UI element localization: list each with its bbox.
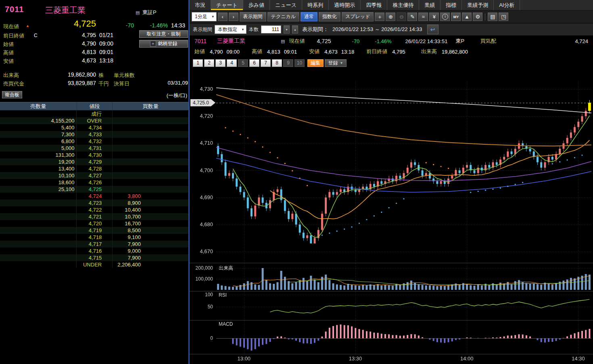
buy-qty-cell (113, 152, 188, 158)
prev-button-icon[interactable]: ‹ (218, 12, 228, 21)
board-row[interactable]: 4,155,200OVER (0, 117, 188, 124)
order-book: 売数量 値段 買数量 成行4,155,200OVER5,4004,7347,30… (0, 102, 188, 268)
normal-mode-button[interactable]: 通常 (301, 12, 317, 21)
board-row[interactable]: 5,0004,731 (0, 145, 188, 152)
board-row[interactable]: UNDER2,206,400 (0, 261, 188, 268)
board-row[interactable]: 成行 (0, 110, 188, 117)
board-row[interactable]: 4,7198,500 (0, 227, 188, 234)
page-button-8[interactable]: 8 (272, 59, 282, 67)
price-change: -70 (116, 22, 134, 29)
low-time: 13:18 (99, 57, 113, 64)
tab-market[interactable]: 市況 (190, 0, 211, 10)
tab-disclosure[interactable]: 適時開示 (329, 0, 361, 10)
sell-qty-cell (0, 234, 76, 241)
board-row[interactable]: 13,4004,728 (0, 165, 188, 172)
board-row[interactable]: 4,7157,900 (0, 254, 188, 261)
board-row[interactable]: 5,4004,734 (0, 124, 188, 131)
price-chart-canvas[interactable] (190, 69, 593, 364)
zoom-out-button-icon: ⊖ (397, 12, 406, 21)
header-stock-code: 7011 (194, 38, 207, 44)
tab-forecast[interactable]: 業績予測 (462, 0, 494, 10)
header-market: 東P (455, 37, 464, 45)
volume-unit: 株 (98, 72, 104, 79)
count-increment-button[interactable]: ▲ (292, 25, 298, 33)
interval-select[interactable]: 1分足▼ (192, 12, 217, 21)
trade-caution-button[interactable]: 取引注意・規制 (139, 30, 188, 38)
board-row[interactable]: 131,3004,730 (0, 152, 188, 158)
index-mode-button[interactable]: 指数化 (319, 12, 340, 21)
add-chart-button-icon[interactable]: ＋ (375, 12, 384, 21)
display-period-button[interactable]: 表示期間 (240, 12, 266, 21)
board-row[interactable]: 4,72110,700 (0, 213, 188, 220)
tab-earnings[interactable]: 業績 (419, 0, 441, 10)
per-share-note: (一株/口) (152, 92, 187, 99)
high-time: 09:01 (99, 49, 113, 55)
open-value: 4,790 (56, 40, 96, 47)
board-row[interactable]: 4,7177,900 (0, 241, 188, 248)
tab-news[interactable]: ニュース (270, 0, 302, 10)
period-bar: 表示期間 本数指定 ▼ 本数 111 ▼ ▲ 表示期間： 2026/01/22 … (190, 23, 593, 36)
print-button-icon[interactable]: ▤ (488, 12, 497, 21)
page-button-7[interactable]: 7 (261, 59, 271, 67)
settings-button-icon[interactable]: ⚙ (473, 12, 482, 21)
price-header: 値段 (77, 102, 113, 110)
prev-close-date: 01/21 (99, 32, 113, 38)
board-row[interactable]: 7,3004,733 (0, 131, 188, 138)
tab-benefit[interactable]: 株主優待 (387, 0, 419, 10)
bar-count-input[interactable]: 111 (261, 25, 281, 33)
buy-qty-cell (113, 165, 188, 172)
price-cell: 4,719 (76, 227, 113, 234)
add-watchlist-button[interactable]: ＋ 銘柄登録 (139, 40, 188, 48)
board-row[interactable]: 19,2004,729 (0, 158, 188, 165)
undo-icon[interactable]: ↩ (427, 25, 438, 34)
popout-button-icon[interactable]: ◳ (499, 12, 508, 21)
page-button-4[interactable]: 4 (227, 59, 237, 67)
board-row[interactable]: 18,6004,726 (0, 179, 188, 186)
count-decrement-button[interactable]: ▼ (284, 25, 290, 33)
page-button-1[interactable]: 1 (193, 59, 203, 67)
document-icon: ▤ (136, 10, 140, 15)
next-button-icon[interactable]: › (229, 12, 238, 21)
my-chart-button-icon[interactable]: MY (451, 12, 461, 21)
composite-board-button[interactable]: 複合板 (2, 91, 22, 98)
price-cell: 4,730 (76, 152, 113, 158)
edit-button[interactable]: 編集 (307, 59, 324, 67)
board-row[interactable]: 4,7238,900 (0, 200, 188, 206)
unit-shares-label: 単元株数 (114, 72, 135, 79)
price-cell: 4,720 (76, 220, 113, 227)
board-row[interactable]: 6,8004,732 (0, 138, 188, 145)
tab-tick[interactable]: 歩み値 (243, 0, 270, 10)
turnover-unit: 千円 (98, 80, 109, 87)
tab-timeseries[interactable]: 時系列 (302, 0, 329, 10)
board-row[interactable]: 4,7169,000 (0, 248, 188, 254)
area-style-button-icon[interactable]: ▲ (462, 12, 472, 21)
order-book-rows: 成行4,155,200OVER5,4004,7347,3004,7336,800… (0, 110, 188, 268)
info-button-icon[interactable]: i (440, 12, 450, 21)
board-row[interactable]: 4,7243,800 (0, 193, 188, 200)
tab-shikiho[interactable]: 四季報 (361, 0, 387, 10)
tab-indicator[interactable]: 指標 (441, 0, 462, 10)
board-row[interactable]: 4,72016,700 (0, 220, 188, 227)
page-button-2[interactable]: 2 (204, 59, 214, 67)
tab-ai[interactable]: AI分析 (494, 0, 520, 10)
board-row[interactable]: 4,7189,100 (0, 234, 188, 241)
period-mode-select[interactable]: 本数指定 ▼ (215, 25, 246, 34)
draw-button-icon[interactable]: ✎ (407, 12, 417, 21)
board-row[interactable]: 10,1004,727 (0, 172, 188, 179)
board-row[interactable]: 25,1004,725 (0, 186, 188, 193)
indicator-button-icon[interactable]: ≈ (418, 12, 428, 21)
page-button-3[interactable]: 3 (215, 59, 226, 67)
tab-chart[interactable]: チャート (211, 0, 243, 10)
stat-value-2: 4,673 (324, 49, 338, 55)
price-cell: UNDER (76, 261, 113, 268)
buy-qty-cell: 7,900 (113, 241, 188, 248)
board-row[interactable]: 4,72210,400 (0, 206, 188, 213)
price-cell: 4,729 (76, 158, 113, 165)
zoom-in-button-icon[interactable]: ⊕ (386, 12, 395, 21)
register-button[interactable]: 登録▼ (325, 59, 347, 67)
technical-button[interactable]: テクニカル (267, 12, 299, 21)
spread-mode-button[interactable]: スプレッド (342, 12, 374, 21)
buy-qty-cell: 10,400 (113, 206, 188, 213)
yen-axis-button-icon[interactable]: ¥ (429, 12, 439, 21)
page-button-6[interactable]: 6 (249, 59, 259, 67)
